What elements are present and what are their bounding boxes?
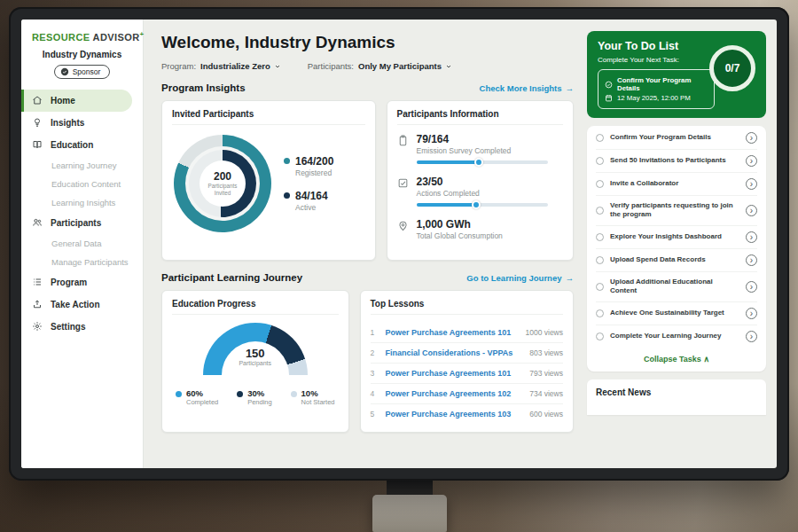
task-row[interactable]: Upload Spend Data Records ›: [596, 249, 757, 272]
lesson-link[interactable]: Power Purchase Agreements 103: [386, 410, 523, 419]
task-checkbox[interactable]: [596, 309, 604, 317]
task-checkbox[interactable]: [596, 134, 604, 142]
task-label: Verify participants requesting to join t…: [610, 201, 739, 220]
sidebar-item-home[interactable]: Home: [21, 90, 132, 112]
sidebar-item-label: Home: [51, 96, 75, 106]
go-to-learning-journey-link[interactable]: Go to Learning Journey →: [466, 273, 574, 283]
chevron-right-icon[interactable]: ›: [746, 155, 757, 167]
donut-center-value: 200: [214, 170, 231, 183]
todo-summary-card: Your To Do List Complete Your Next Task:…: [587, 31, 766, 118]
lesson-link[interactable]: Power Purchase Agreements 101: [386, 369, 523, 378]
sidebar-item-program[interactable]: Program: [21, 271, 143, 293]
task-row[interactable]: Complete Your Learning Journey ›: [596, 325, 757, 348]
org-name: Industry Dynamics: [21, 50, 143, 59]
task-row[interactable]: Verify participants requesting to join t…: [596, 196, 757, 226]
legend-dot: [237, 391, 243, 397]
next-task-time: 12 May 2025, 12:00 PM: [617, 94, 691, 102]
sidebar-item-insights[interactable]: Insights: [21, 112, 143, 134]
invited-participants-card: Invited Participants 200 Participants In…: [161, 100, 376, 261]
chevron-right-icon[interactable]: ›: [746, 254, 757, 266]
legend-value: 164/200: [295, 155, 333, 168]
gauge-center-value: 150: [203, 347, 308, 360]
sidebar-item-education-content[interactable]: Education Content: [21, 175, 143, 193]
lesson-link[interactable]: Financial Considerations - VPPAs: [386, 348, 523, 357]
task-label: Upload Spend Data Records: [610, 255, 739, 264]
next-task-box[interactable]: Confirm Your Program Details 12 May 2025…: [598, 69, 715, 109]
task-checkbox[interactable]: [596, 207, 604, 215]
lesson-rank: 1: [371, 328, 379, 337]
upload-action-icon: [32, 299, 43, 310]
task-label: Confirm Your Program Details: [610, 133, 739, 142]
next-task-label: Confirm Your Program Details: [617, 76, 708, 92]
lesson-link[interactable]: Power Purchase Agreements 101: [386, 328, 519, 337]
dashboard-screen: RESOURCE ADVISOR+ Industry Dynamics Spon…: [21, 20, 777, 468]
card-title: Education Progress: [172, 299, 339, 315]
chevron-right-icon[interactable]: ›: [746, 205, 757, 216]
education-legend: 60% Completed 30% Pending: [172, 388, 339, 406]
legend-value: 60%: [186, 388, 218, 398]
legend-item-pending: 30% Pending: [237, 388, 272, 406]
task-row[interactable]: Explore Your Insights Dashboard ›: [596, 226, 757, 249]
legend-value: 30%: [247, 388, 272, 398]
check-more-insights-link[interactable]: Check More Insights →: [480, 83, 574, 93]
card-title: Invited Participants: [172, 109, 365, 125]
task-label: Send 50 Invitations to Participants: [610, 156, 739, 165]
sidebar-item-learning-insights[interactable]: Learning Insights: [21, 193, 143, 212]
sponsor-badge[interactable]: Sponsor: [54, 65, 111, 79]
participants-select[interactable]: Participants: Only My Participants: [308, 61, 452, 71]
stat-value: 79/164: [417, 133, 548, 145]
task-row[interactable]: Confirm Your Program Details ›: [596, 127, 757, 150]
task-row[interactable]: Upload Additional Educational Content ›: [596, 272, 757, 302]
task-checkbox[interactable]: [596, 157, 604, 165]
card-title: Top Lessons: [371, 299, 564, 315]
task-checkbox[interactable]: [596, 283, 604, 291]
sidebar-item-take-action[interactable]: Take Action: [21, 293, 143, 316]
collapse-tasks-button[interactable]: Collapse Tasks ∧: [596, 348, 757, 371]
sidebar-item-label: Learning Journey: [51, 160, 116, 170]
sidebar-item-settings[interactable]: Settings: [21, 316, 143, 338]
task-row[interactable]: Send 50 Invitations to Participants ›: [596, 150, 757, 173]
program-select[interactable]: Program: Industrialize Zero: [161, 61, 281, 71]
check-square-icon: [397, 177, 409, 189]
arrow-right-icon: →: [566, 83, 575, 93]
chevron-right-icon[interactable]: ›: [746, 178, 757, 190]
program-insights-title: Program Insights: [161, 82, 246, 93]
sidebar-item-general-data[interactable]: General Data: [21, 234, 143, 253]
sidebar-item-education[interactable]: Education: [21, 134, 143, 156]
lesson-link[interactable]: Power Purchase Agreements 102: [386, 389, 523, 398]
progress-fill: [417, 160, 480, 164]
lesson-row: 3 Power Purchase Agreements 101 793 view…: [371, 364, 564, 384]
legend-dot: [284, 192, 290, 199]
chevron-right-icon[interactable]: ›: [746, 132, 757, 144]
donut-center-label: Participants Invited: [204, 183, 241, 197]
program-select-value: Industrialize Zero: [200, 61, 270, 71]
task-row[interactable]: Achieve One Sustainability Target ›: [596, 302, 757, 325]
chevron-right-icon[interactable]: ›: [746, 231, 757, 243]
gear-icon: [32, 321, 43, 332]
legend-label: Registered: [295, 168, 333, 177]
stat-label: Actions Completed: [417, 189, 548, 198]
lesson-rank: 2: [371, 348, 379, 357]
task-checkbox[interactable]: [596, 332, 604, 340]
sidebar-item-learning-journey[interactable]: Learning Journey: [21, 156, 143, 175]
sidebar-item-manage-participants[interactable]: Manage Participants: [21, 253, 143, 271]
sidebar-item-participants[interactable]: Participants: [21, 212, 143, 234]
legend-value: 84/164: [295, 190, 328, 202]
task-label: Upload Additional Educational Content: [610, 278, 739, 296]
sidebar-item-label: Program: [51, 278, 87, 287]
legend-label: Not Started: [301, 398, 335, 406]
list-icon: [32, 277, 43, 288]
lesson-row: 2 Financial Considerations - VPPAs 803 v…: [371, 343, 564, 364]
chevron-right-icon[interactable]: ›: [746, 308, 757, 319]
task-row[interactable]: Invite a Collaborator ›: [596, 173, 757, 196]
chevron-right-icon[interactable]: ›: [746, 331, 757, 342]
task-checkbox[interactable]: [596, 256, 604, 264]
calendar-icon: [605, 94, 613, 102]
task-checkbox[interactable]: [596, 233, 604, 241]
todo-tasks-card: Confirm Your Program Details › Send 50 I…: [587, 126, 766, 372]
chevron-right-icon[interactable]: ›: [746, 281, 757, 293]
legend-item-not-started: 10% Not Started: [291, 388, 335, 406]
task-checkbox[interactable]: [596, 180, 604, 188]
home-icon: [32, 95, 43, 106]
progress-fill: [417, 203, 477, 207]
